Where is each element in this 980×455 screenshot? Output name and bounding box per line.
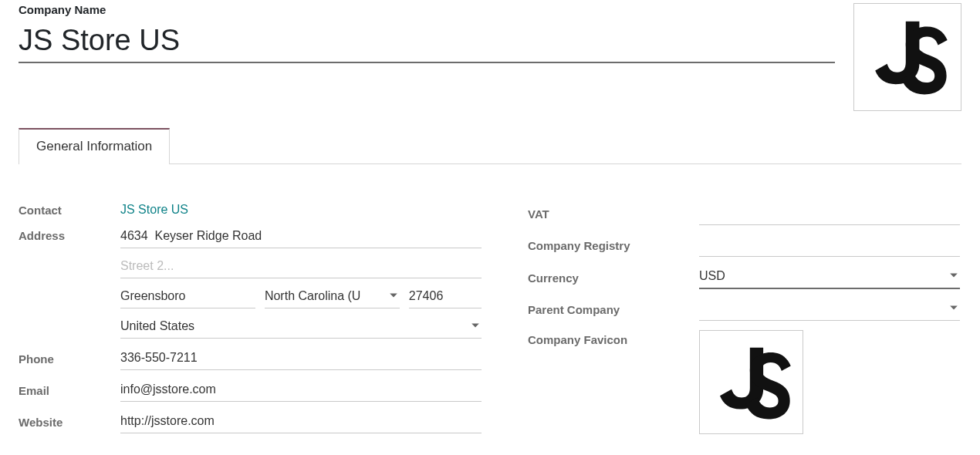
website-input[interactable] [120, 411, 482, 433]
company-name-label: Company Name [19, 3, 835, 16]
phone-label: Phone [19, 352, 120, 366]
tab-general-information[interactable]: General Information [19, 128, 170, 163]
company-favicon[interactable] [699, 330, 803, 434]
address-label: Address [19, 226, 120, 242]
email-input[interactable] [120, 379, 482, 402]
contact-label: Contact [19, 204, 120, 217]
vat-label: VAT [528, 207, 699, 221]
currency-select[interactable] [699, 266, 960, 289]
street2-input[interactable] [120, 256, 482, 278]
js-logo-icon [865, 15, 950, 99]
parent-company-select[interactable] [699, 298, 960, 321]
company-name-input[interactable] [19, 24, 835, 63]
website-label: Website [19, 416, 120, 429]
phone-input[interactable] [120, 348, 482, 370]
tab-label: General Information [36, 139, 152, 153]
city-input[interactable] [120, 286, 255, 308]
tabs: General Information [19, 128, 961, 164]
company-favicon-label: Company Favicon [528, 330, 699, 346]
company-registry-input[interactable] [699, 234, 960, 256]
country-select[interactable] [120, 316, 482, 339]
zip-input[interactable] [409, 286, 482, 308]
company-registry-label: Company Registry [528, 239, 699, 252]
contact-link[interactable]: JS Store US [120, 203, 188, 216]
currency-label: Currency [528, 271, 699, 285]
company-logo[interactable] [853, 3, 961, 111]
email-label: Email [19, 384, 120, 397]
state-select[interactable] [265, 286, 400, 308]
vat-input[interactable] [699, 203, 960, 224]
parent-company-label: Parent Company [528, 303, 699, 316]
street1-input[interactable] [120, 226, 482, 248]
js-logo-icon [710, 341, 793, 424]
